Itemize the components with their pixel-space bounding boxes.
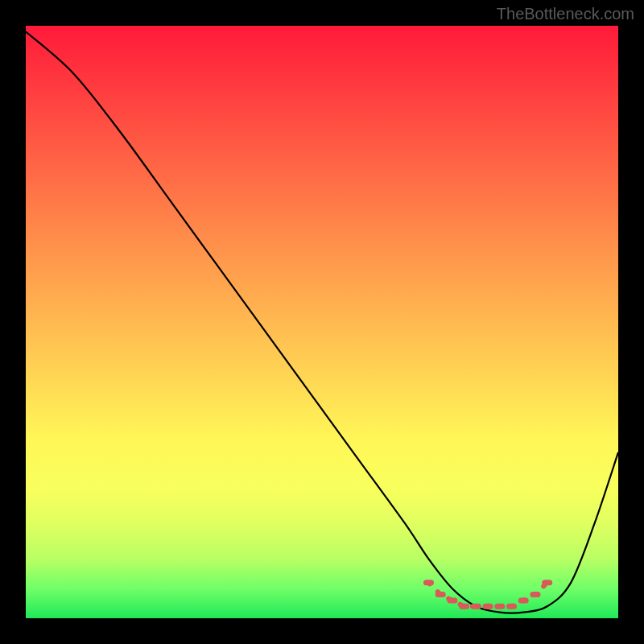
chart-plot-area xyxy=(26,26,618,618)
minimum-marker-dots xyxy=(426,583,549,606)
attribution-text: TheBottleneck.com xyxy=(497,5,634,23)
bottleneck-curve-line xyxy=(26,31,618,613)
minimum-marker-underline xyxy=(428,583,547,606)
chart-svg xyxy=(26,26,618,618)
minimum-marker-path xyxy=(426,583,549,606)
